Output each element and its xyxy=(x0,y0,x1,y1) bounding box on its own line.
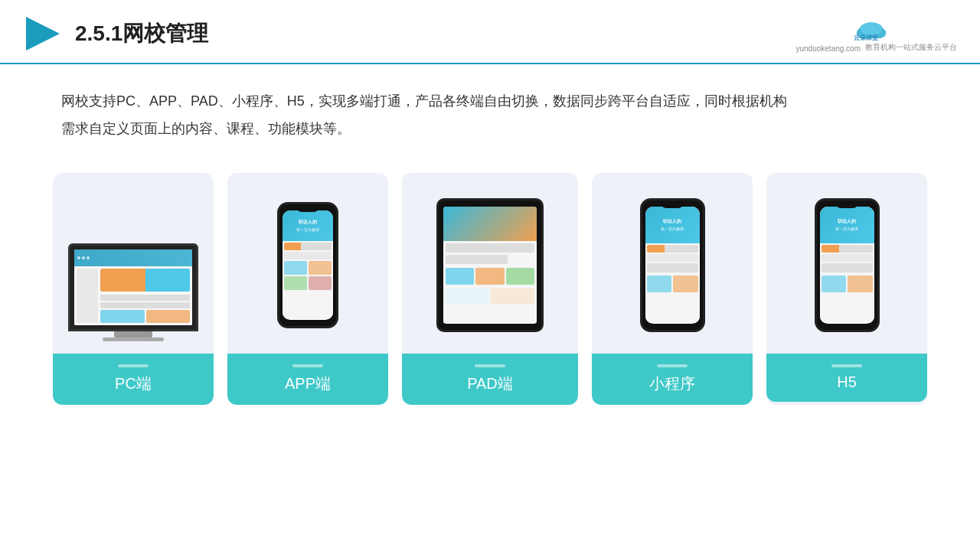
card-pad: PAD端 xyxy=(402,173,578,405)
page-title: 2.5.1网校管理 xyxy=(75,19,208,48)
card-label-pc: PC端 xyxy=(53,354,214,405)
miniapp-image: 职达人的 第一堂兴趣课 xyxy=(640,188,705,341)
logo-icon: 云朵课堂 xyxy=(850,15,903,42)
description-text: 网校支持PC、APP、PAD、小程序、H5，实现多端打通，产品各终端自由切换，数… xyxy=(0,64,980,150)
app-image: 职达人的 第一堂兴趣课 xyxy=(277,188,338,341)
card-h5: 职达人的 第一堂兴趣课 xyxy=(766,173,927,405)
pc-screen xyxy=(68,243,198,331)
logo-url: yunduoketang.com xyxy=(795,44,861,53)
pad-image xyxy=(436,188,544,341)
card-miniapp: 职达人的 第一堂兴趣课 xyxy=(592,173,753,405)
play-icon xyxy=(23,14,63,54)
pc-image xyxy=(68,188,198,341)
card-pc: PC端 xyxy=(53,173,214,405)
svg-marker-0 xyxy=(26,17,60,51)
phone-mockup-h5: 职达人的 第一堂兴趣课 xyxy=(815,198,880,332)
desc-content: 网校支持PC、APP、PAD、小程序、H5，实现多端打通，产品各终端自由切换，数… xyxy=(61,93,787,109)
cards-container: PC端 职达人的 第一堂兴趣课 xyxy=(0,150,980,420)
card-label-pad: PAD端 xyxy=(402,354,578,405)
h5-image: 职达人的 第一堂兴趣课 xyxy=(815,188,880,341)
card-label-app: APP端 xyxy=(227,354,388,405)
card-label-miniapp: 小程序 xyxy=(592,354,753,405)
logo-tagline: 教育机构一站式服务云平台 xyxy=(865,42,957,53)
svg-point-4 xyxy=(861,22,882,36)
svg-text:云朵课堂: 云朵课堂 xyxy=(854,34,879,41)
card-app: 职达人的 第一堂兴趣课 xyxy=(227,173,388,405)
header: 2.5.1网校管理 云朵课堂 yunduoketang.com 教育机构一站式服… xyxy=(0,0,980,64)
logo-area: 云朵课堂 yunduoketang.com 教育机构一站式服务云平台 xyxy=(795,15,957,53)
card-label-h5: H5 xyxy=(766,354,927,402)
phone-mockup-app: 职达人的 第一堂兴趣课 xyxy=(277,202,338,328)
phone-mockup-miniapp: 职达人的 第一堂兴趣课 xyxy=(640,198,705,332)
header-left: 2.5.1网校管理 xyxy=(23,14,208,54)
desc-content-2: 需求自定义页面上的内容、课程、功能模块等。 xyxy=(61,121,351,136)
pad-mockup xyxy=(436,198,544,332)
pc-mockup xyxy=(68,243,198,341)
